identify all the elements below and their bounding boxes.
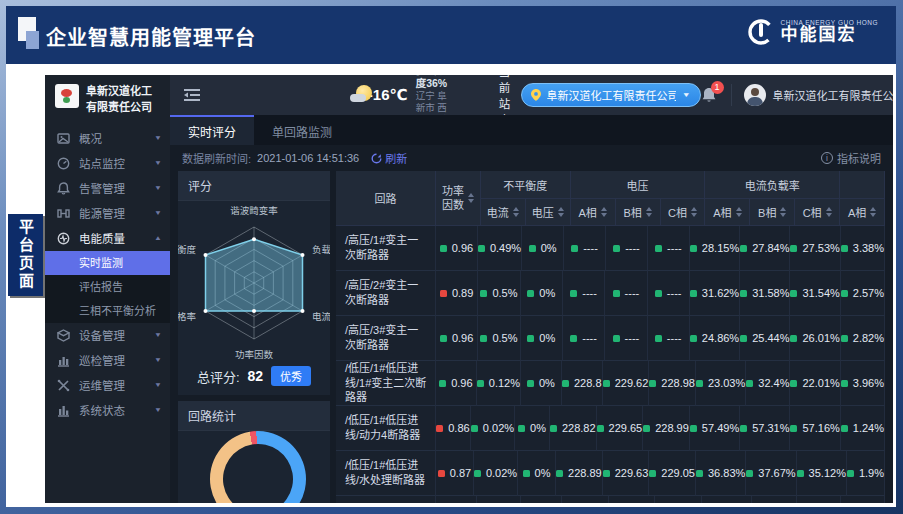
cell-2-1: 0.5% <box>478 316 520 361</box>
energy-icon <box>57 207 70 220</box>
platform-page-label: 平台页面 <box>8 214 43 296</box>
status-dot-green <box>440 245 447 252</box>
submenu-item-1[interactable]: 评估报告 <box>45 275 170 299</box>
cell-1-0: 0.89 <box>436 271 478 316</box>
sidebar-item-label: 巡检管理 <box>79 352 154 368</box>
sidebar-item-1[interactable]: 站点监控 ▼ <box>45 151 170 176</box>
cell-1-6: 31.62% <box>690 271 740 316</box>
main-topbar: -16℃ 多云 湿度36% 辽宁 阜新市 西北风 7级 当前站点: 阜新汉道 <box>170 75 893 115</box>
cell-5-2: 0% <box>518 451 556 496</box>
device-icon <box>57 329 70 342</box>
status-dot-green <box>527 335 534 342</box>
sort-icon[interactable] <box>558 207 564 217</box>
cell-1-8: 31.54% <box>790 271 840 316</box>
company-logo <box>55 84 79 108</box>
indicator-help-link[interactable]: i 指标说明 <box>821 150 881 166</box>
radar-chart: 谐波畸变率负载率电流合格率功率因数电压合格率不平衡度 <box>178 201 330 362</box>
notification-bell[interactable]: 1 <box>701 87 717 104</box>
tab-0[interactable]: 实时评分 <box>170 115 254 145</box>
cell-4-9: 1.24% <box>841 406 885 451</box>
sidebar-item-label: 电能质量 <box>79 230 154 246</box>
sort-icon[interactable] <box>870 207 876 217</box>
cell-5-9: 1.9% <box>847 451 885 496</box>
status-dot-green <box>841 380 848 387</box>
circuit-name[interactable]: /低压/1#低压进线/水处理断路器 <box>336 451 436 496</box>
power-quality-icon <box>57 232 70 245</box>
sidebar-item-5[interactable]: 设备管理 ▼ <box>45 323 170 348</box>
status-dot-green <box>597 425 604 432</box>
table-row[interactable]: /低压/1#低压进线/1#变主二次断路器0.960.12%0%228.8229.… <box>336 361 885 406</box>
svg-text:电压合格率: 电压合格率 <box>178 311 196 322</box>
alarm-icon <box>57 182 70 195</box>
user-menu[interactable]: 阜新汉道化工有限责任公 <box>731 84 893 106</box>
sidebar-collapse-icon[interactable] <box>184 88 200 102</box>
sort-icon[interactable] <box>601 207 607 217</box>
circuit-name[interactable]: /低压/1#低压进线/食堂断路器 <box>336 496 436 503</box>
table-row[interactable]: /低压/1#低压进线/水处理断路器0.870.02%0%228.89229.63… <box>336 451 885 496</box>
cell-2-8: 26.01% <box>790 316 840 361</box>
main-area: -16℃ 多云 湿度36% 辽宁 阜新市 西北风 7级 当前站点: 阜新汉道 <box>170 75 893 503</box>
status-dot-green <box>643 425 650 432</box>
sort-icon[interactable] <box>780 207 786 217</box>
circuit-name[interactable]: /低压/1#低压进线/动力4断路器 <box>336 406 436 451</box>
cell-3-3: 228.8 <box>562 361 603 406</box>
sidebar-item-2[interactable]: 告警管理 ▼ <box>45 176 170 201</box>
sort-icon[interactable] <box>468 193 474 203</box>
status-dot-green <box>613 290 620 297</box>
sort-icon[interactable] <box>646 207 652 217</box>
total-score-value: 82 <box>248 368 264 384</box>
sidebar-item-label: 运维管理 <box>79 377 154 393</box>
station-select-value: 阜新汉道化工有限责任公司 <box>547 87 676 103</box>
circuit-name[interactable]: /高压/1#变主一次断路器 <box>336 226 436 271</box>
status-dot-green <box>570 335 577 342</box>
sidebar-item-3[interactable]: 能源管理 ▼ <box>45 201 170 226</box>
cell-2-4: ---- <box>605 316 647 361</box>
status-dot-red <box>438 470 445 477</box>
refresh-button[interactable]: 刷新 <box>371 150 407 166</box>
circuit-name[interactable]: /低压/1#低压进线/1#变主二次断路器 <box>336 361 436 406</box>
sort-icon[interactable] <box>736 207 742 217</box>
cell-3-9: 3.96% <box>841 361 885 406</box>
submenu-item-2[interactable]: 三相不平衡分析 <box>45 299 170 323</box>
circuit-name[interactable]: /高压/3#变主一次断路器 <box>336 316 436 361</box>
sort-icon[interactable] <box>691 207 697 217</box>
cell-6-4: 229.81 <box>609 496 656 503</box>
cell-3-7: 32.4% <box>746 361 790 406</box>
sidebar-item-4[interactable]: 电能质量 ▲ <box>45 226 170 251</box>
status-dot-green <box>841 245 848 252</box>
sidebar-item-7[interactable]: 运维管理 ▼ <box>45 373 170 398</box>
sidebar-item-8[interactable]: 系统状态 ▼ <box>45 398 170 423</box>
status-dot-green <box>847 470 854 477</box>
sidebar-item-label: 告警管理 <box>79 180 154 196</box>
sidebar-item-6[interactable]: 巡检管理 ▼ <box>45 348 170 373</box>
cell-2-5: ---- <box>648 316 690 361</box>
chevron-down-icon: ▼ <box>154 382 162 389</box>
submenu-item-0[interactable]: 实时监测 <box>45 251 170 275</box>
cell-1-5: ---- <box>648 271 690 316</box>
station-select[interactable]: 阜新汉道化工有限责任公司 ▼ <box>521 83 701 107</box>
table-row[interactable]: /高压/1#变主一次断路器0.960.49%0%------------28.1… <box>336 226 885 271</box>
sidebar-item-0[interactable]: 概况 ▼ <box>45 126 170 151</box>
cell-1-3: ---- <box>563 271 605 316</box>
status-dot-green <box>790 380 797 387</box>
status-dot-green <box>690 290 697 297</box>
header-deco-square-blue <box>26 31 39 49</box>
status-dot-green <box>603 380 610 387</box>
cell-0-8: 27.53% <box>790 226 840 271</box>
table-row[interactable]: /低压/1#低压进线/动力4断路器0.860.02%0%228.82229.65… <box>336 406 885 451</box>
circuit-name[interactable]: /高压/2#变主一次断路器 <box>336 271 436 316</box>
tab-1[interactable]: 单回路监测 <box>254 115 350 145</box>
sort-icon[interactable] <box>513 207 519 217</box>
status-dot-green <box>746 380 753 387</box>
status-dot-green <box>571 245 578 252</box>
table-row[interactable]: /高压/2#变主一次断路器0.890.5%0%------------31.62… <box>336 271 885 316</box>
sort-icon[interactable] <box>826 207 832 217</box>
table-row[interactable]: /高压/3#变主一次断路器0.960.5%0%------------24.86… <box>336 316 885 361</box>
location-pin-icon <box>531 89 541 101</box>
status-dot-green <box>523 470 530 477</box>
cell-2-3: ---- <box>563 316 605 361</box>
table-row[interactable]: /低压/1#低压进线/食堂断路器10.09%0%229.03229.81229.… <box>336 496 885 503</box>
status-dot-green <box>740 290 747 297</box>
refresh-icon <box>371 153 382 164</box>
status-dot-green <box>527 290 534 297</box>
